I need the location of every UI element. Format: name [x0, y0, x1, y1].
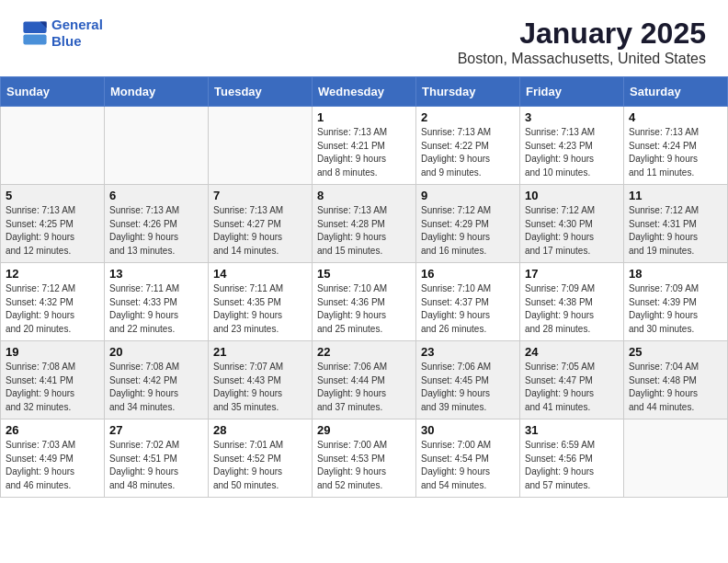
calendar-week-row: 1Sunrise: 7:13 AM Sunset: 4:21 PM Daylig…	[1, 107, 728, 185]
day-number: 8	[317, 189, 411, 202]
calendar-cell: 7Sunrise: 7:13 AM Sunset: 4:27 PM Daylig…	[209, 185, 313, 263]
day-number: 19	[6, 345, 99, 359]
calendar-cell: 26Sunrise: 7:03 AM Sunset: 4:49 PM Dayli…	[1, 419, 105, 498]
calendar-cell: 31Sunrise: 6:59 AM Sunset: 4:56 PM Dayli…	[520, 419, 624, 498]
day-info: Sunrise: 7:03 AM Sunset: 4:49 PM Dayligh…	[6, 439, 99, 492]
calendar-cell: 15Sunrise: 7:10 AM Sunset: 4:36 PM Dayli…	[313, 263, 416, 341]
day-info: Sunrise: 7:02 AM Sunset: 4:51 PM Dayligh…	[109, 439, 203, 492]
day-number: 18	[629, 267, 722, 281]
calendar-cell: 12Sunrise: 7:12 AM Sunset: 4:32 PM Dayli…	[1, 263, 105, 341]
calendar-cell: 16Sunrise: 7:10 AM Sunset: 4:37 PM Dayli…	[416, 263, 520, 341]
day-info: Sunrise: 7:13 AM Sunset: 4:23 PM Dayligh…	[525, 126, 619, 179]
weekday-header-thursday: Thursday	[416, 77, 520, 107]
calendar-cell: 4Sunrise: 7:13 AM Sunset: 4:24 PM Daylig…	[624, 107, 728, 185]
calendar-cell: 3Sunrise: 7:13 AM Sunset: 4:23 PM Daylig…	[520, 107, 624, 185]
calendar-cell: 27Sunrise: 7:02 AM Sunset: 4:51 PM Dayli…	[105, 419, 209, 498]
day-number: 1	[317, 110, 411, 124]
day-number: 16	[421, 267, 515, 281]
day-info: Sunrise: 7:13 AM Sunset: 4:25 PM Dayligh…	[6, 204, 99, 258]
calendar-cell: 6Sunrise: 7:13 AM Sunset: 4:26 PM Daylig…	[105, 185, 209, 263]
day-number: 22	[317, 345, 411, 359]
day-number: 28	[213, 423, 307, 437]
day-info: Sunrise: 7:12 AM Sunset: 4:29 PM Dayligh…	[421, 204, 515, 258]
calendar-cell: 25Sunrise: 7:04 AM Sunset: 4:48 PM Dayli…	[624, 341, 728, 419]
day-number: 14	[213, 267, 307, 281]
day-info: Sunrise: 7:13 AM Sunset: 4:22 PM Dayligh…	[421, 126, 515, 179]
calendar-cell: 20Sunrise: 7:08 AM Sunset: 4:42 PM Dayli…	[105, 341, 209, 419]
logo: General Blue	[22, 17, 103, 50]
day-number: 23	[421, 345, 515, 359]
day-info: Sunrise: 7:05 AM Sunset: 4:47 PM Dayligh…	[525, 361, 619, 414]
day-info: Sunrise: 7:10 AM Sunset: 4:36 PM Dayligh…	[317, 282, 411, 336]
day-number: 29	[317, 423, 411, 437]
calendar-week-row: 12Sunrise: 7:12 AM Sunset: 4:32 PM Dayli…	[1, 263, 728, 341]
day-number: 12	[6, 267, 99, 281]
day-number: 11	[629, 189, 722, 202]
weekday-header-monday: Monday	[105, 77, 209, 107]
day-info: Sunrise: 7:09 AM Sunset: 4:39 PM Dayligh…	[629, 282, 722, 336]
calendar-cell: 2Sunrise: 7:13 AM Sunset: 4:22 PM Daylig…	[416, 107, 520, 185]
day-info: Sunrise: 7:11 AM Sunset: 4:35 PM Dayligh…	[213, 282, 307, 336]
calendar-week-row: 26Sunrise: 7:03 AM Sunset: 4:49 PM Dayli…	[1, 419, 728, 498]
day-info: Sunrise: 7:04 AM Sunset: 4:48 PM Dayligh…	[629, 361, 722, 414]
day-number: 7	[213, 189, 307, 202]
weekday-header-row: SundayMondayTuesdayWednesdayThursdayFrid…	[1, 77, 728, 107]
calendar-cell	[624, 419, 728, 498]
day-info: Sunrise: 7:10 AM Sunset: 4:37 PM Dayligh…	[421, 282, 515, 336]
calendar-cell: 10Sunrise: 7:12 AM Sunset: 4:30 PM Dayli…	[520, 185, 624, 263]
logo-icon	[22, 20, 48, 46]
weekday-header-friday: Friday	[520, 77, 624, 107]
day-info: Sunrise: 7:12 AM Sunset: 4:32 PM Dayligh…	[6, 282, 99, 336]
svg-rect-1	[23, 34, 46, 44]
day-number: 20	[109, 345, 203, 359]
day-number: 25	[629, 345, 722, 359]
day-info: Sunrise: 7:06 AM Sunset: 4:45 PM Dayligh…	[421, 361, 515, 414]
logo-line2: Blue	[51, 33, 82, 49]
calendar-table: SundayMondayTuesdayWednesdayThursdayFrid…	[0, 76, 728, 498]
calendar-cell: 11Sunrise: 7:12 AM Sunset: 4:31 PM Dayli…	[624, 185, 728, 263]
calendar-cell: 8Sunrise: 7:13 AM Sunset: 4:28 PM Daylig…	[313, 185, 416, 263]
calendar-cell	[105, 107, 209, 185]
calendar-cell: 18Sunrise: 7:09 AM Sunset: 4:39 PM Dayli…	[624, 263, 728, 341]
day-number: 31	[525, 423, 619, 437]
day-number: 4	[629, 110, 722, 124]
logo-line1: General	[51, 17, 103, 32]
calendar-cell: 29Sunrise: 7:00 AM Sunset: 4:53 PM Dayli…	[313, 419, 416, 498]
day-number: 3	[525, 110, 619, 124]
title-block: January 2025 Boston, Massachusetts, Unit…	[458, 17, 706, 67]
day-number: 9	[421, 189, 515, 202]
calendar-cell: 17Sunrise: 7:09 AM Sunset: 4:38 PM Dayli…	[520, 263, 624, 341]
calendar-cell: 13Sunrise: 7:11 AM Sunset: 4:33 PM Dayli…	[105, 263, 209, 341]
calendar-cell: 1Sunrise: 7:13 AM Sunset: 4:21 PM Daylig…	[313, 107, 416, 185]
day-info: Sunrise: 7:12 AM Sunset: 4:30 PM Dayligh…	[525, 204, 619, 258]
calendar-cell	[209, 107, 313, 185]
day-number: 13	[109, 267, 203, 281]
day-info: Sunrise: 7:00 AM Sunset: 4:53 PM Dayligh…	[317, 439, 411, 492]
calendar-week-row: 5Sunrise: 7:13 AM Sunset: 4:25 PM Daylig…	[1, 185, 728, 263]
weekday-header-sunday: Sunday	[1, 77, 105, 107]
calendar-week-row: 19Sunrise: 7:08 AM Sunset: 4:41 PM Dayli…	[1, 341, 728, 419]
day-info: Sunrise: 7:00 AM Sunset: 4:54 PM Dayligh…	[421, 439, 515, 492]
day-info: Sunrise: 7:01 AM Sunset: 4:52 PM Dayligh…	[213, 439, 307, 492]
day-number: 24	[525, 345, 619, 359]
calendar-cell: 23Sunrise: 7:06 AM Sunset: 4:45 PM Dayli…	[416, 341, 520, 419]
logo-text: General Blue	[51, 17, 103, 50]
day-info: Sunrise: 7:13 AM Sunset: 4:24 PM Dayligh…	[629, 126, 722, 179]
calendar-cell: 5Sunrise: 7:13 AM Sunset: 4:25 PM Daylig…	[1, 185, 105, 263]
page-header: General Blue January 2025 Boston, Massac…	[0, 0, 728, 76]
calendar-cell: 24Sunrise: 7:05 AM Sunset: 4:47 PM Dayli…	[520, 341, 624, 419]
location-title: Boston, Massachusetts, United States	[458, 51, 706, 67]
day-info: Sunrise: 7:09 AM Sunset: 4:38 PM Dayligh…	[525, 282, 619, 336]
day-number: 26	[6, 423, 99, 437]
calendar-cell: 30Sunrise: 7:00 AM Sunset: 4:54 PM Dayli…	[416, 419, 520, 498]
month-title: January 2025	[458, 17, 706, 51]
day-number: 30	[421, 423, 515, 437]
day-number: 27	[109, 423, 203, 437]
day-number: 21	[213, 345, 307, 359]
day-number: 6	[109, 189, 203, 202]
calendar-cell: 19Sunrise: 7:08 AM Sunset: 4:41 PM Dayli…	[1, 341, 105, 419]
weekday-header-tuesday: Tuesday	[209, 77, 313, 107]
day-number: 5	[6, 189, 99, 202]
day-info: Sunrise: 7:13 AM Sunset: 4:28 PM Dayligh…	[317, 204, 411, 258]
day-info: Sunrise: 7:13 AM Sunset: 4:27 PM Dayligh…	[213, 204, 307, 258]
